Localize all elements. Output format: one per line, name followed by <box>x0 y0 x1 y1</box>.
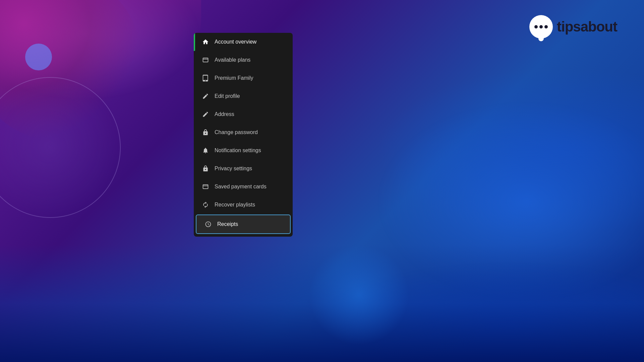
sidebar-label-receipts: Receipts <box>217 221 238 227</box>
blue-blob-right <box>376 67 644 235</box>
sidebar-label-change-password: Change password <box>215 129 258 135</box>
logo-dot-2 <box>539 25 543 28</box>
pencil-icon <box>202 93 209 100</box>
sidebar-label-privacy-settings: Privacy settings <box>215 166 252 172</box>
sidebar-menu: Account overview Available plans Premium… <box>194 33 293 237</box>
logo-dot-1 <box>534 25 538 28</box>
sidebar-item-premium-family[interactable]: Premium Family <box>194 69 293 87</box>
sidebar-label-saved-payment-cards: Saved payment cards <box>215 184 267 190</box>
logo-area: tipsabout <box>529 15 617 39</box>
logo-dots <box>534 25 548 28</box>
sidebar-label-notification-settings: Notification settings <box>215 147 261 154</box>
sidebar-label-edit-profile: Edit profile <box>215 93 240 99</box>
tablet-icon <box>202 74 209 82</box>
home-icon <box>202 38 209 46</box>
sidebar-item-address[interactable]: Address <box>194 105 293 123</box>
logo-bubble <box>529 15 553 39</box>
sidebar-item-receipts[interactable]: Receipts <box>196 215 291 234</box>
card-icon <box>202 56 209 64</box>
sidebar-label-premium-family: Premium Family <box>215 75 253 81</box>
sidebar-label-account-overview: Account overview <box>215 39 256 45</box>
logo-dot-3 <box>544 25 548 28</box>
sidebar-label-available-plans: Available plans <box>215 57 250 63</box>
card2-icon <box>202 183 209 190</box>
logo-text: tipsabout <box>557 19 617 35</box>
bell-icon <box>202 147 209 154</box>
lock-icon <box>202 129 209 136</box>
sidebar-label-recover-playlists: Recover playlists <box>215 202 255 208</box>
small-circle-decoration <box>25 44 52 70</box>
sidebar-item-account-overview[interactable]: Account overview <box>194 33 293 51</box>
sidebar-item-recover-playlists[interactable]: Recover playlists <box>194 196 293 214</box>
clock-icon <box>204 221 212 228</box>
sidebar-label-address: Address <box>215 111 234 117</box>
blue-circle-br-decoration <box>309 245 409 345</box>
sidebar-item-change-password[interactable]: Change password <box>194 123 293 141</box>
sidebar-item-saved-payment-cards[interactable]: Saved payment cards <box>194 178 293 196</box>
sidebar-item-notification-settings[interactable]: Notification settings <box>194 141 293 160</box>
sidebar-item-edit-profile[interactable]: Edit profile <box>194 87 293 105</box>
sidebar-item-available-plans[interactable]: Available plans <box>194 51 293 69</box>
lock2-icon <box>202 165 209 172</box>
refresh-icon <box>202 201 209 208</box>
background <box>0 0 644 362</box>
sidebar-item-privacy-settings[interactable]: Privacy settings <box>194 160 293 178</box>
pencil2-icon <box>202 111 209 118</box>
